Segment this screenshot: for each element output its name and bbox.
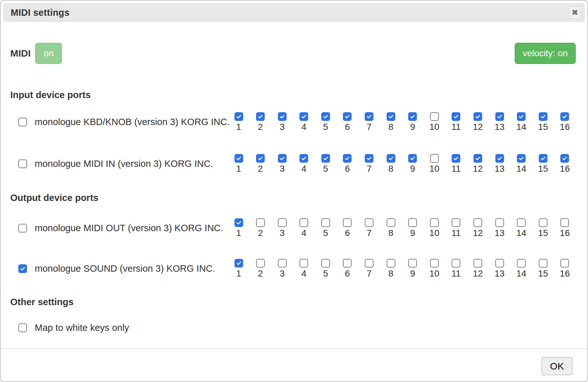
channel-checkbox[interactable] bbox=[256, 218, 265, 227]
channel-checkbox[interactable] bbox=[539, 154, 547, 163]
channel-checkbox[interactable] bbox=[256, 259, 265, 268]
channel-checkbox[interactable] bbox=[408, 218, 417, 227]
channel-checkbox[interactable] bbox=[343, 154, 352, 163]
channel-number: 4 bbox=[301, 269, 307, 278]
channel-checkbox[interactable] bbox=[430, 259, 439, 268]
channel-checkbox[interactable] bbox=[495, 218, 504, 227]
channel-checkbox[interactable] bbox=[365, 154, 373, 163]
channel-checkbox[interactable] bbox=[517, 112, 526, 121]
channel-checkbox[interactable] bbox=[473, 218, 482, 227]
channel-number: 8 bbox=[388, 122, 393, 132]
device-main: monologue MIDI OUT (version 3) KORG INC. bbox=[18, 223, 233, 233]
channel-checkbox[interactable] bbox=[473, 154, 482, 163]
channel-checkbox[interactable] bbox=[387, 112, 395, 121]
channel-checkbox[interactable] bbox=[517, 259, 526, 268]
channel-number: 11 bbox=[451, 164, 461, 174]
channel-checkbox[interactable] bbox=[256, 112, 265, 121]
channel-number: 3 bbox=[280, 164, 285, 174]
channel-checkbox[interactable] bbox=[234, 259, 243, 268]
channel-checkbox[interactable] bbox=[278, 112, 287, 121]
channel-checkbox[interactable] bbox=[299, 259, 308, 268]
channel-checkbox[interactable] bbox=[517, 218, 526, 227]
channel-checkbox[interactable] bbox=[299, 218, 308, 227]
channel-checkbox[interactable] bbox=[234, 154, 243, 163]
channel-checkbox[interactable] bbox=[278, 154, 287, 163]
dialog-content: MIDI on velocity: on Input device portsm… bbox=[1, 1, 587, 333]
channel-column: 9 bbox=[407, 259, 418, 278]
device-row: monologue MIDI IN (version 3) KORG INC.1… bbox=[10, 154, 578, 174]
channel-checkbox[interactable] bbox=[452, 218, 460, 227]
channel-checkbox[interactable] bbox=[387, 259, 395, 268]
channel-checkbox[interactable] bbox=[452, 112, 460, 121]
channel-checkbox[interactable] bbox=[321, 259, 330, 268]
channel-checkbox[interactable] bbox=[343, 218, 352, 227]
channel-checkbox[interactable] bbox=[560, 259, 569, 268]
channel-checkbox[interactable] bbox=[321, 154, 330, 163]
channel-number: 14 bbox=[516, 269, 526, 278]
channel-checkbox[interactable] bbox=[560, 218, 569, 227]
channel-checkbox[interactable] bbox=[430, 154, 439, 163]
channel-number: 9 bbox=[410, 122, 415, 132]
channel-checkbox[interactable] bbox=[387, 218, 395, 227]
channel-checkbox[interactable] bbox=[408, 259, 417, 268]
channel-column: 8 bbox=[385, 259, 397, 278]
channel-checkbox[interactable] bbox=[278, 259, 287, 268]
device-checkbox[interactable] bbox=[18, 264, 27, 273]
channel-checkbox[interactable] bbox=[495, 154, 504, 163]
channel-checkbox[interactable] bbox=[473, 259, 482, 268]
channel-checkbox[interactable] bbox=[365, 112, 373, 121]
channel-checkbox[interactable] bbox=[495, 112, 504, 121]
channel-checkbox[interactable] bbox=[234, 218, 243, 227]
device-label: monologue MIDI OUT (version 3) KORG INC. bbox=[35, 223, 223, 233]
channel-checkbox[interactable] bbox=[256, 154, 265, 163]
channel-checkbox[interactable] bbox=[365, 259, 373, 268]
channel-number: 16 bbox=[560, 228, 570, 238]
device-checkbox[interactable] bbox=[18, 224, 27, 232]
channel-column: 7 bbox=[363, 112, 375, 132]
channel-checkbox[interactable] bbox=[495, 259, 504, 268]
channel-column: 7 bbox=[363, 154, 375, 174]
channel-grid: 12345678910111213141516 bbox=[233, 154, 571, 174]
midi-toggle-button[interactable]: on bbox=[35, 43, 62, 64]
channel-column: 7 bbox=[363, 218, 375, 238]
channel-checkbox[interactable] bbox=[539, 218, 547, 227]
channel-grid: 12345678910111213141516 bbox=[233, 112, 571, 132]
channel-checkbox[interactable] bbox=[430, 218, 439, 227]
channel-number: 4 bbox=[301, 122, 307, 132]
device-label: monologue MIDI IN (version 3) KORG INC. bbox=[35, 159, 213, 169]
channel-checkbox[interactable] bbox=[560, 154, 569, 163]
channel-checkbox[interactable] bbox=[234, 112, 243, 121]
device-checkbox[interactable] bbox=[18, 118, 27, 126]
channel-checkbox[interactable] bbox=[408, 154, 417, 163]
channel-checkbox[interactable] bbox=[408, 112, 417, 121]
channel-column: 10 bbox=[428, 112, 440, 132]
channel-checkbox[interactable] bbox=[365, 218, 373, 227]
channel-checkbox[interactable] bbox=[560, 112, 569, 121]
channel-checkbox[interactable] bbox=[517, 154, 526, 163]
channel-checkbox[interactable] bbox=[452, 154, 460, 163]
channel-column: 13 bbox=[494, 154, 505, 174]
channel-checkbox[interactable] bbox=[321, 112, 330, 121]
channel-column: 4 bbox=[298, 218, 310, 238]
channel-checkbox[interactable] bbox=[278, 218, 287, 227]
channel-checkbox[interactable] bbox=[473, 112, 482, 121]
channel-number: 3 bbox=[280, 228, 285, 238]
channel-checkbox[interactable] bbox=[539, 259, 547, 268]
channel-checkbox[interactable] bbox=[387, 154, 395, 163]
map-white-keys-checkbox[interactable] bbox=[18, 323, 27, 332]
channel-checkbox[interactable] bbox=[343, 112, 352, 121]
channel-column: 5 bbox=[320, 112, 331, 132]
channel-checkbox[interactable] bbox=[343, 259, 352, 268]
channel-number: 7 bbox=[367, 164, 372, 174]
channel-checkbox[interactable] bbox=[539, 112, 547, 121]
channel-checkbox[interactable] bbox=[321, 218, 330, 227]
channel-checkbox[interactable] bbox=[452, 259, 460, 268]
device-checkbox[interactable] bbox=[18, 159, 27, 168]
channel-column: 1 bbox=[233, 112, 244, 132]
channel-checkbox[interactable] bbox=[430, 112, 439, 121]
ok-button[interactable]: OK bbox=[541, 357, 573, 375]
channel-number: 9 bbox=[410, 228, 415, 238]
channel-checkbox[interactable] bbox=[299, 112, 308, 121]
channel-checkbox[interactable] bbox=[299, 154, 308, 163]
velocity-toggle-button[interactable]: velocity: on bbox=[515, 43, 576, 64]
